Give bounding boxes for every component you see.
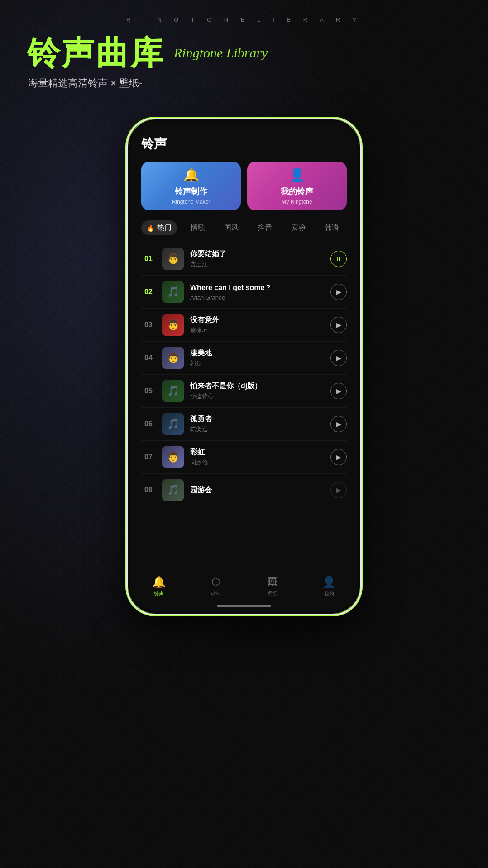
song-info-08: 园游会 (190, 486, 324, 495)
song-info-03: 没有意外 蔡徐坤 (190, 315, 324, 334)
song-title-03: 没有意外 (190, 315, 324, 325)
song-item-06[interactable]: 06 🎵 孤勇者 陈奕迅 ▶ (141, 408, 347, 441)
fire-icon: 🔥 (147, 224, 154, 232)
play-button-04[interactable]: ▶ (330, 350, 347, 366)
song-title-04: 凄美地 (190, 348, 324, 358)
avatar-person-06: 🎵 (162, 413, 184, 435)
tab-love[interactable]: 情歌 (185, 220, 211, 235)
tab-quiet-label: 安静 (291, 224, 306, 231)
tab-love-label: 情歌 (191, 224, 205, 231)
song-item-01[interactable]: 01 👨 你要结婚了 曹王江 ⏸ (141, 243, 347, 276)
avatar-person-04: 👨 (162, 347, 184, 369)
play-button-05[interactable]: ▶ (330, 383, 347, 399)
song-avatar-01: 👨 (162, 248, 184, 270)
nav-wallpaper[interactable]: 🖼 壁纸 (259, 576, 286, 597)
category-tabs: 🔥 热门 情歌 国风 抖音 安静 (141, 220, 347, 235)
song-avatar-06: 🎵 (162, 413, 184, 435)
song-avatar-04: 👨 (162, 347, 184, 369)
avatar-person-02: 🎵 (162, 281, 184, 303)
bell-icon: 🔔 (183, 167, 199, 182)
song-avatar-05: 🎵 (162, 380, 184, 402)
ringtone-nav-icon: 🔔 (152, 576, 166, 588)
record-nav-icon: ⬡ (211, 576, 220, 588)
nav-record[interactable]: ⬡ 录制 (202, 576, 229, 597)
top-label: R I N G T O N E L I B R A R Y (27, 16, 461, 23)
song-list: 01 👨 你要结婚了 曹王江 ⏸ 02 (141, 243, 347, 570)
mine-nav-label: 我的 (324, 591, 334, 597)
song-info-05: 怕来者不是你（dj版） 小蓝背心 (190, 382, 324, 401)
tab-quiet[interactable]: 安静 (286, 220, 311, 235)
song-item-08[interactable]: 08 🎵 园游会 ▶ (141, 474, 347, 505)
song-artist-02: Arian Grande (190, 294, 324, 301)
tab-guofeng-label: 国风 (224, 224, 239, 231)
song-number-02: 02 (141, 288, 156, 296)
song-artist-06: 陈奕迅 (190, 425, 324, 434)
song-artist-01: 曹王江 (190, 260, 324, 268)
wallpaper-nav-label: 壁纸 (268, 590, 277, 597)
song-title-01: 你要结婚了 (190, 249, 324, 259)
page-header: R I N G T O N E L I B R A R Y 铃声曲库 Ringt… (0, 0, 488, 90)
song-item-05[interactable]: 05 🎵 怕来者不是你（dj版） 小蓝背心 ▶ (141, 375, 347, 408)
song-artist-05: 小蓝背心 (190, 392, 324, 401)
maker-title-cn: 铃声制作 (175, 186, 207, 197)
mine-nav-icon: 👤 (322, 576, 336, 588)
main-title-cn: 铃声曲库 (27, 37, 165, 69)
phone-inner: 铃声 🔔 铃声制作 Ringtone Maker 👤 我的铃声 My Ringt… (130, 122, 358, 611)
my-ringtone-card[interactable]: 👤 我的铃声 My Ringtone (247, 162, 347, 210)
song-number-06: 06 (141, 420, 156, 428)
song-number-07: 07 (141, 453, 156, 461)
tab-guofeng[interactable]: 国风 (219, 220, 244, 235)
play-button-06[interactable]: ▶ (330, 416, 347, 432)
tab-korean-label: 韩语 (325, 224, 339, 231)
play-button-03[interactable]: ▶ (330, 317, 347, 333)
tab-hot[interactable]: 🔥 热门 (141, 220, 177, 235)
my-title-cn: 我的铃声 (281, 186, 313, 197)
record-nav-label: 录制 (211, 590, 220, 597)
song-title-05: 怕来者不是你（dj版） (190, 382, 324, 391)
person-icon: 👤 (289, 167, 305, 182)
tab-korean[interactable]: 韩语 (319, 220, 344, 235)
play-button-08[interactable]: ▶ (330, 482, 347, 498)
song-item-07[interactable]: 07 👨 彩虹 周杰伦 ▶ (141, 441, 347, 474)
phone-outer: 铃声 🔔 铃声制作 Ringtone Maker 👤 我的铃声 My Ringt… (126, 118, 362, 615)
page-title: 铃声 (141, 135, 347, 153)
song-title-02: Where can I get some？ (190, 283, 324, 293)
title-row: 铃声曲库 Ringtone Library (27, 37, 461, 69)
song-title-08: 园游会 (190, 486, 324, 495)
play-button-02[interactable]: ▶ (330, 284, 347, 300)
song-item-04[interactable]: 04 👨 凄美地 郭顶 ▶ (141, 342, 347, 375)
avatar-person-03: 👨 (162, 314, 184, 336)
bottom-nav: 🔔 铃声 ⬡ 录制 🖼 壁纸 👤 我的 (130, 570, 358, 605)
avatar-person-05: 🎵 (162, 380, 184, 402)
song-avatar-07: 👨 (162, 446, 184, 468)
song-number-05: 05 (141, 387, 156, 395)
song-item-03[interactable]: 03 👨 没有意外 蔡徐坤 ▶ (141, 309, 347, 342)
ringtone-maker-card[interactable]: 🔔 铃声制作 Ringtone Maker (141, 162, 241, 210)
play-button-01[interactable]: ⏸ (330, 251, 347, 267)
nav-ringtone[interactable]: 🔔 铃声 (145, 576, 172, 597)
main-title-en: Ringtone Library (174, 45, 268, 61)
song-avatar-02: 🎵 (162, 281, 184, 303)
song-title-07: 彩虹 (190, 448, 324, 457)
song-avatar-08: 🎵 (162, 479, 184, 501)
song-artist-04: 郭顶 (190, 359, 324, 367)
song-title-06: 孤勇者 (190, 415, 324, 424)
song-number-03: 03 (141, 321, 156, 329)
avatar-person-01: 👨 (162, 248, 184, 270)
tab-douyin[interactable]: 抖音 (252, 220, 277, 235)
ringtone-nav-label: 铃声 (154, 591, 164, 597)
song-info-01: 你要结婚了 曹王江 (190, 249, 324, 268)
song-info-06: 孤勇者 陈奕迅 (190, 415, 324, 434)
maker-title-en: Ringtone Maker (172, 199, 211, 205)
tab-hot-label: 热门 (157, 223, 172, 233)
avatar-person-08: 🎵 (162, 479, 184, 501)
song-artist-03: 蔡徐坤 (190, 326, 324, 334)
subtitle: 海量精选高清铃声 × 壁纸- (28, 76, 461, 90)
song-item-02[interactable]: 02 🎵 Where can I get some？ Arian Grande … (141, 276, 347, 309)
phone-content: 铃声 🔔 铃声制作 Ringtone Maker 👤 我的铃声 My Ringt… (130, 122, 358, 570)
song-number-08: 08 (141, 486, 156, 494)
song-artist-07: 周杰伦 (190, 458, 324, 467)
nav-mine[interactable]: 👤 我的 (316, 576, 343, 597)
song-number-04: 04 (141, 354, 156, 362)
play-button-07[interactable]: ▶ (330, 449, 347, 465)
